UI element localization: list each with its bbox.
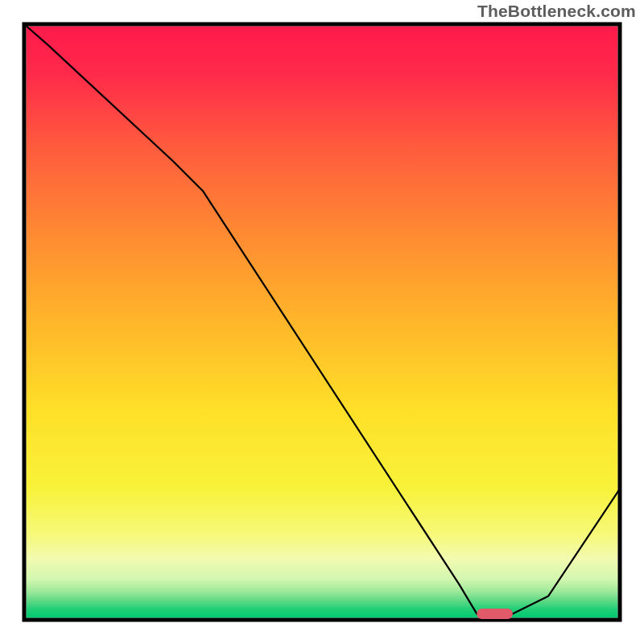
bottleneck-marker <box>477 609 512 619</box>
chart-stage: TheBottleneck.com <box>0 0 644 644</box>
bottleneck-chart <box>0 0 644 644</box>
watermark-text: TheBottleneck.com <box>477 2 636 21</box>
plot-background <box>27 27 618 618</box>
